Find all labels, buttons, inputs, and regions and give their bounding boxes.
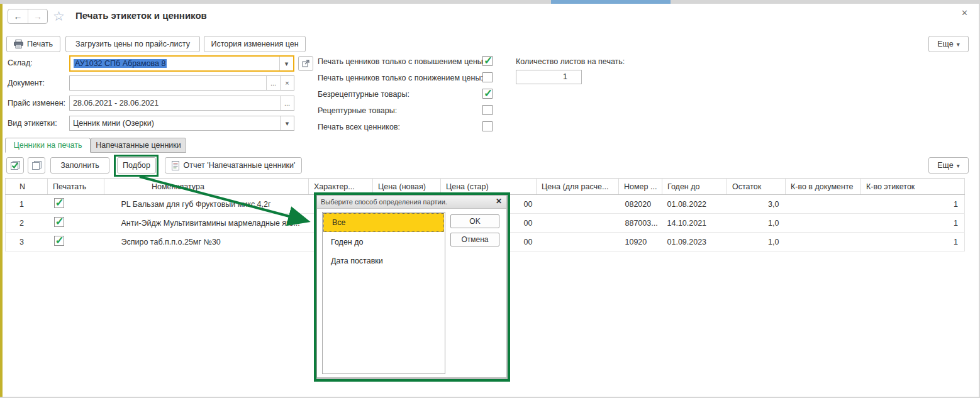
- cancel-button[interactable]: Отмена: [450, 233, 499, 246]
- price-changed-field[interactable]: 28.06.2021 - 28.06.2021 ...: [69, 96, 294, 111]
- warehouse-field[interactable]: АУ1032 СПб Абрамова 8 ▾: [69, 55, 294, 72]
- checkbox-rx-goods[interactable]: [482, 105, 493, 115]
- check-icon: ✓: [484, 87, 493, 100]
- print-button-label: Печать: [27, 40, 53, 48]
- cell-nomenclature[interactable]: PL Бальзам для губ Фруктовый микс 4,2г: [104, 195, 309, 214]
- document-field[interactable]: ... ×: [69, 75, 294, 91]
- check-icon: ✓: [55, 215, 64, 228]
- document-ellipsis-button[interactable]: ...: [266, 76, 280, 90]
- cell-stock[interactable]: 1,0: [727, 233, 786, 252]
- col-header-stock[interactable]: Остаток: [727, 179, 786, 195]
- cell-stock[interactable]: 3,0: [727, 195, 786, 214]
- col-header-n[interactable]: N: [6, 179, 48, 195]
- price-history-label: История изменения цен: [211, 40, 298, 48]
- check-icon: ✓: [484, 54, 493, 67]
- more-label: Еще: [937, 40, 953, 48]
- pick-label: Подбор: [123, 161, 150, 170]
- clear-icon: ×: [285, 79, 289, 87]
- cell-price-calc[interactable]: [537, 233, 619, 252]
- warehouse-open-button[interactable]: [298, 56, 313, 71]
- cell-nomenclature[interactable]: Эспиро таб.п.п.о.25мг №30: [104, 233, 309, 252]
- cell-qty-labels[interactable]: 1: [861, 233, 965, 252]
- check-icon: ✓: [55, 234, 64, 247]
- document-clear-button[interactable]: ×: [280, 76, 294, 90]
- printed-report-label: Отчет 'Напечатанные ценники': [184, 161, 296, 170]
- warehouse-label: Склад:: [8, 58, 33, 67]
- window-close-icon[interactable]: ✕: [961, 8, 968, 18]
- cell-print[interactable]: ✓: [48, 195, 104, 214]
- back-button[interactable]: ←: [8, 9, 28, 23]
- forward-arrow-icon: →: [33, 11, 42, 21]
- col-header-qty-doc[interactable]: К-во в документе: [786, 179, 861, 195]
- list-item-all[interactable]: Все: [323, 213, 444, 232]
- cell-stock[interactable]: 1,0: [727, 214, 786, 233]
- uncheck-all-button[interactable]: [28, 157, 45, 174]
- more-button-table[interactable]: Еще ▾: [928, 157, 969, 174]
- cell-qty-labels[interactable]: 1: [861, 214, 965, 233]
- cell-nomenclature[interactable]: Анти-Эйдж Мультивитамины мармеладные яго…: [104, 214, 309, 233]
- warehouse-dropdown-button[interactable]: ▾: [279, 57, 293, 70]
- printed-report-button[interactable]: Отчет 'Напечатанные ценники': [165, 157, 302, 174]
- print-button[interactable]: Печать: [6, 36, 60, 52]
- list-item-delivery-date[interactable]: Дата поставки: [323, 252, 445, 270]
- price-history-button[interactable]: История изменения цен: [204, 36, 306, 52]
- sheets-count-input[interactable]: 1: [516, 70, 582, 84]
- cell-print[interactable]: ✓: [48, 214, 104, 233]
- fill-button[interactable]: Заполнить: [50, 157, 109, 174]
- cell-price-calc[interactable]: [537, 195, 619, 214]
- ellipsis-icon: ...: [270, 79, 276, 87]
- row-print-checkbox[interactable]: ✓: [54, 217, 64, 227]
- checkbox-raise-only[interactable]: ✓: [482, 56, 493, 66]
- cell-n[interactable]: 2: [6, 214, 48, 233]
- check-all-button[interactable]: [6, 157, 24, 174]
- dialog-title: Выберите способ определения партии.: [317, 196, 506, 209]
- price-changed-ellipsis-button[interactable]: ...: [280, 96, 294, 110]
- col-header-number[interactable]: Номер ...: [619, 179, 662, 195]
- more-button-top[interactable]: Еще ▾: [928, 36, 969, 52]
- label-kind-field[interactable]: Ценник мини (Озерки) ▾: [69, 116, 294, 131]
- cell-number[interactable]: 10920: [619, 233, 662, 252]
- cell-n[interactable]: 1: [6, 195, 48, 214]
- label-kind-value: Ценник мини (Озерки): [70, 119, 280, 128]
- cell-expiry[interactable]: 01.09.2023: [662, 233, 727, 252]
- printer-icon: [14, 40, 23, 48]
- pick-button[interactable]: Подбор: [117, 157, 156, 174]
- cell-expiry[interactable]: 14.10.2021: [662, 214, 727, 233]
- checkbox-lower-only[interactable]: [482, 72, 493, 82]
- cell-qty-doc[interactable]: [786, 214, 861, 233]
- col-header-price-calc[interactable]: Цена (для расче...: [537, 179, 619, 195]
- row-print-checkbox[interactable]: ✓: [54, 198, 64, 208]
- col-header-qty-labels[interactable]: К-во этикеток: [861, 179, 965, 195]
- col-header-expiry[interactable]: Годен до: [662, 179, 727, 195]
- cell-print[interactable]: ✓: [48, 233, 104, 252]
- more-label: Еще: [937, 161, 953, 170]
- cell-price-calc[interactable]: [537, 214, 619, 233]
- cell-n[interactable]: 3: [6, 233, 48, 252]
- window-left-edge: [0, 4, 3, 398]
- cell-qty-doc[interactable]: [786, 195, 861, 214]
- dialog-close-icon[interactable]: ✕: [496, 197, 502, 206]
- price-changed-label: Прайс изменен:: [8, 99, 65, 108]
- ok-button[interactable]: OK: [450, 214, 499, 228]
- favorite-star-icon[interactable]: ☆: [53, 9, 65, 24]
- cell-number[interactable]: 887003...: [619, 214, 662, 233]
- forward-button[interactable]: →: [28, 9, 47, 23]
- tab-price-tags-to-print[interactable]: Ценники на печать: [5, 138, 91, 153]
- cell-expiry[interactable]: 01.08.2022: [662, 195, 727, 214]
- col-header-nomenclature[interactable]: Номенклатура: [104, 179, 309, 195]
- tab-printed-price-tags[interactable]: Напечатанные ценники: [91, 138, 186, 153]
- row-print-checkbox[interactable]: ✓: [54, 236, 64, 246]
- warehouse-value: АУ1032 СПб Абрамова 8: [74, 59, 167, 68]
- load-prices-button[interactable]: Загрузить цены по прайс-листу: [65, 36, 200, 52]
- col-header-print[interactable]: Печатать: [48, 179, 104, 195]
- chevron-down-icon: ▾: [286, 119, 289, 128]
- checkbox-otc-goods[interactable]: ✓: [482, 89, 493, 99]
- cell-qty-labels[interactable]: 1: [861, 195, 965, 214]
- cell-number[interactable]: 082020: [619, 195, 662, 214]
- list-item-expiry[interactable]: Годен до: [323, 233, 445, 252]
- checkbox-print-all[interactable]: [482, 121, 493, 131]
- sheets-count-label: Количество листов на печать:: [516, 57, 625, 66]
- label-kind-dropdown-button[interactable]: ▾: [280, 116, 294, 130]
- fill-label: Заполнить: [60, 161, 99, 170]
- cell-qty-doc[interactable]: [786, 233, 861, 252]
